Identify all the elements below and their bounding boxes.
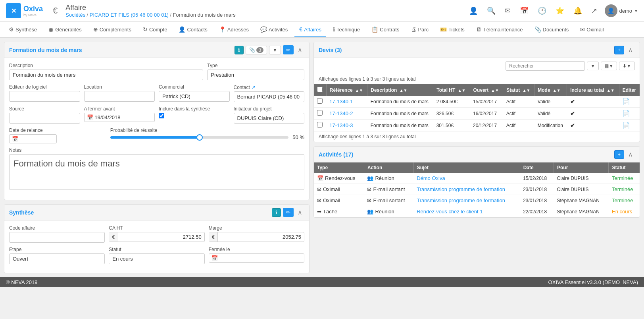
star-icon-btn[interactable]: ⭐ [554,5,566,17]
tab-synthese[interactable]: ⚙Synthèse [4,23,42,37]
act-statut-label: Terminée [612,186,633,192]
probabilite-slider[interactable] [110,136,289,139]
description-input[interactable] [9,70,203,80]
synthese-edit-button[interactable]: ✏ [283,208,294,217]
col-reference[interactable]: Référence ▲▼ [326,84,367,96]
breadcrumb-societies[interactable]: Sociétés [65,12,85,18]
act-statut-label: En cours [612,209,632,215]
contact-input[interactable] [234,91,305,102]
edit-button[interactable]: ✏ [283,45,294,54]
act-sujet-link[interactable]: Transmission programme de formation [417,197,505,203]
table-row: 17-1340-1 Formation du mois de mars 2 08… [314,96,640,108]
code-affaire-input[interactable] [9,232,105,243]
relance-probabilite-row: Date de relance 📅 Probabilité de réussit… [9,128,304,143]
editeur-input[interactable] [9,91,80,102]
row-statut-cell: Actif [503,120,534,131]
history-icon-btn[interactable]: 🕐 [536,5,548,17]
tab-documents[interactable]: 📎Documents [530,23,574,37]
act-type-label: Rendez-vous [325,175,356,181]
attachment-dropdown[interactable]: ▼ [269,46,281,54]
location-input[interactable] [84,91,155,102]
tab-complements[interactable]: ⊕Compléments [88,23,136,37]
breadcrumb-company[interactable]: PICARD ET FILS (05 46 00 00 01) [90,12,169,18]
row-checkbox[interactable] [317,122,323,128]
notes-label: Notes [9,147,304,153]
col-total-ht[interactable]: Total HT ▲▼ [433,84,470,96]
col-inclure[interactable]: Inclure au total ▲▼ [567,84,619,96]
col-statut[interactable]: Statut ▲▼ [503,84,534,96]
tab-contrats[interactable]: 📋Contrats [367,23,404,37]
tab-parc[interactable]: 🖨Parc [406,23,433,37]
info-button[interactable]: ℹ [235,46,244,54]
statut-input[interactable] [109,253,204,264]
devis-search-input[interactable] [506,61,585,71]
header-icons: 👤 🔍 ✉ 📅 🕐 ⭐ 🔔 ↗ 👤 demo ▼ [467,4,638,17]
inclure-checkbox[interactable] [159,113,164,118]
activites-add-button[interactable]: + [614,150,624,159]
attachment-button[interactable]: 📎 3 [246,46,267,54]
tab-generalites[interactable]: ▦Généralités [44,23,86,37]
mail-icon-btn[interactable]: ✉ [503,5,512,17]
bell-icon-btn[interactable]: 🔔 [572,5,584,17]
row-total-cell: 301,50€ [433,120,470,131]
fermee-calendar-icon[interactable]: 📅 [211,255,218,261]
col-description[interactable]: Description ▲▼ [367,84,433,96]
act-sujet-link[interactable]: Transmission programme de formation [417,186,505,192]
col-mode[interactable]: Mode ▲▼ [534,84,567,96]
user-area[interactable]: 👤 demo ▼ [605,4,638,17]
tab-affaires[interactable]: €Affaires [294,23,326,37]
collapse-button[interactable]: ∧ [296,45,304,54]
edit-doc-icon[interactable]: 📄 [622,122,630,129]
tab-adresses[interactable]: 📍Adresses [214,23,254,37]
devis-view-button[interactable]: ▦▼ [601,62,617,70]
row-description-cell: Formation du mois de mars [367,96,433,108]
tab-technique[interactable]: ℹTechnique [328,23,365,37]
activites-collapse-button[interactable]: ∧ [626,150,635,159]
tab-telemaintenance[interactable]: 🖥Télémaintenance [471,23,528,37]
tab-tickets[interactable]: 🎫Tickets [435,23,469,37]
breadcrumb[interactable]: Sociétés / PICARD ET FILS (05 46 00 00 0… [65,12,235,18]
act-action-cell: ✉ E-mail sortant [364,184,413,195]
users-icon-btn[interactable]: 👤 [467,5,479,17]
inclure-checkmark: ✔ [570,122,575,129]
row-checkbox[interactable] [317,98,323,104]
afermer-calendar-icon[interactable]: 📅 [87,114,93,120]
synthese-collapse-button[interactable]: ∧ [296,208,304,217]
devis-add-button[interactable]: + [614,46,624,54]
col-ouvert[interactable]: Ouvert ▲▼ [470,84,503,96]
tab-compte[interactable]: ↻Compte [138,23,172,37]
row-reference-link[interactable]: 17-1340-2 [329,110,353,116]
relance-calendar-icon[interactable]: 📅 [12,136,18,142]
etape-input[interactable] [9,253,105,264]
edit-doc-icon[interactable]: 📄 [622,98,630,105]
row-reference-link[interactable]: 17-1340-3 [329,122,353,128]
search-icon-btn[interactable]: 🔍 [485,5,497,17]
notes-textarea[interactable]: Formation du mois de mars [9,154,304,190]
edit-doc-icon[interactable]: 📄 [622,110,630,117]
tab-oximail[interactable]: ✉Oximail [575,23,608,37]
slider-thumb[interactable] [196,134,203,141]
devis-export-button[interactable]: ⬇▼ [619,62,635,70]
share-icon-btn[interactable]: ↗ [590,5,599,17]
editeur-location-commercial-contact-row: Editeur de logiciel Location Commercial … [9,84,304,102]
source-input[interactable] [9,113,80,124]
select-all-checkbox[interactable] [317,87,323,92]
contrats-icon: 📋 [371,26,378,33]
contact-link-icon[interactable]: ↗ [251,84,256,90]
initiateur-input[interactable] [234,113,305,124]
tab-contacts[interactable]: 👤Contacts [174,23,212,37]
row-checkbox[interactable] [317,110,323,116]
type-input[interactable] [207,70,304,80]
commercial-input[interactable] [159,91,230,102]
devis-filter-button[interactable]: ▼ [587,62,599,70]
row-reference-link[interactable]: 17-1340-1 [329,99,353,104]
affaires-icon: € [299,26,302,33]
act-sujet-link[interactable]: Rendez-vous chez le client 1 [417,209,483,215]
act-sujet-link[interactable]: Démo Oxiva [417,175,445,181]
devis-collapse-button[interactable]: ∧ [626,45,635,54]
calendar-icon-btn[interactable]: 📅 [518,5,530,17]
devis-table: Référence ▲▼ Description ▲▼ Total HT ▲▼ … [314,84,640,131]
synthese-info-button[interactable]: ℹ [272,208,281,217]
tab-activites[interactable]: 💬Activités [256,23,292,37]
attachment-badge: 3 [256,47,263,53]
